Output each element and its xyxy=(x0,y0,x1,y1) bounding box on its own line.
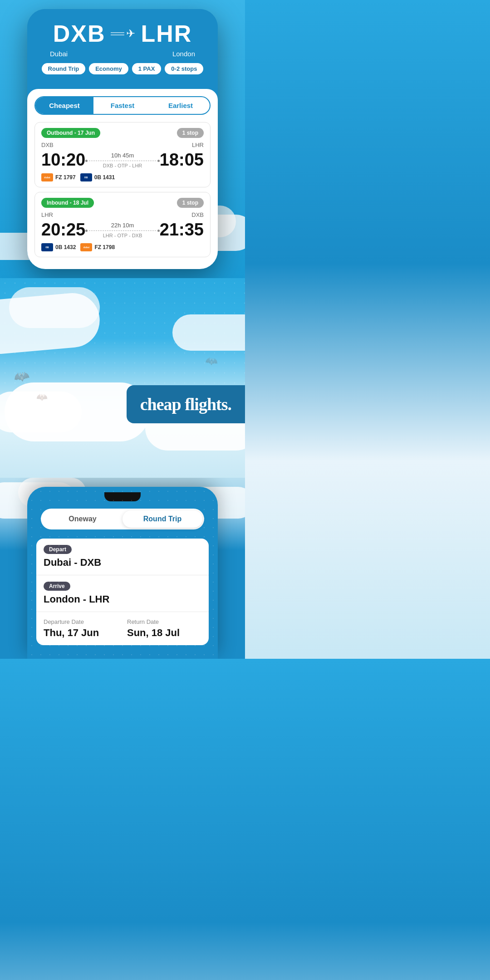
inbound-route: LHR - OTP - DXB xyxy=(85,233,160,238)
outbound-airline1-code: FZ 1797 xyxy=(55,174,76,181)
phone-notch xyxy=(27,487,218,505)
arrive-label: Arrive xyxy=(44,582,70,591)
departure-date-value: Thu, 17 Jun xyxy=(44,627,118,639)
outbound-label: Outbound - 17 Jun xyxy=(41,128,100,138)
inbound-origin: LHR xyxy=(41,211,53,218)
inbound-airline1-logo: 0B xyxy=(41,243,53,251)
tab-cheapest[interactable]: Cheapest xyxy=(35,97,93,114)
sort-tabs: Cheapest Fastest Earliest xyxy=(34,96,211,115)
inbound-arrive-time: 21:35 xyxy=(160,220,204,240)
inbound-segment: Inbound - 18 Jul 1 stop LHR DXB 20:25 22… xyxy=(34,192,211,257)
outbound-airline2-logo: 0B xyxy=(80,173,92,181)
depart-field[interactable]: Depart Dubai - DXB xyxy=(36,539,209,575)
dates-row: Departure Date Thu, 17 Jun Return Date S… xyxy=(36,612,209,645)
inbound-airline1-code: 0B 1432 xyxy=(55,244,76,250)
outbound-segment: Outbound - 17 Jun 1 stop DXB LHR 10:20 1… xyxy=(34,122,211,187)
outbound-destination: LHR xyxy=(192,142,204,148)
outbound-stop-badge: 1 stop xyxy=(177,128,204,138)
depart-value: Dubai - DXB xyxy=(44,557,201,568)
origin-city: Dubai xyxy=(50,50,68,58)
inbound-stop-badge: 1 stop xyxy=(177,198,204,208)
return-date-label: Return Date xyxy=(127,618,201,625)
return-date-field[interactable]: Return Date Sun, 18 Jul xyxy=(127,618,201,639)
plane-icon: ✈ xyxy=(111,27,135,40)
return-date-value: Sun, 18 Jul xyxy=(127,627,201,639)
stops-pill[interactable]: 0-2 stops xyxy=(165,63,203,74)
tab-earliest[interactable]: Earliest xyxy=(152,97,210,114)
outbound-airline2: 0B 0B 1431 xyxy=(80,173,115,181)
origin-code: DXB xyxy=(53,20,106,47)
search-form: Depart Dubai - DXB Arrive London - LHR D… xyxy=(36,539,209,645)
outbound-airline1: dubai FZ 1797 xyxy=(41,173,76,181)
trip-type-pill[interactable]: Round Trip xyxy=(42,63,86,74)
outbound-arrive-time: 18:05 xyxy=(160,150,204,170)
destination-code: LHR xyxy=(141,20,192,47)
arrive-value: London - LHR xyxy=(44,593,201,605)
inbound-airline1: 0B 0B 1432 xyxy=(41,243,76,251)
destination-city: London xyxy=(172,50,195,58)
outbound-route: DXB - OTP - LHR xyxy=(85,163,160,168)
arrive-field[interactable]: Arrive London - LHR xyxy=(36,575,209,612)
departure-date-field[interactable]: Departure Date Thu, 17 Jun xyxy=(44,618,118,639)
inbound-destination: DXB xyxy=(191,211,204,218)
pax-pill[interactable]: 1 PAX xyxy=(132,63,162,74)
inbound-airline2: dubai FZ 1798 xyxy=(80,243,115,251)
trip-toggle: Oneway Round Trip xyxy=(41,509,204,529)
outbound-airline1-logo: dubai xyxy=(41,173,53,181)
inbound-airlines: 0B 0B 1432 dubai FZ 1798 xyxy=(41,243,204,251)
inbound-duration: 22h 10m xyxy=(85,222,160,229)
departure-date-label: Departure Date xyxy=(44,618,118,625)
headline-box: cheap flights. xyxy=(127,385,245,423)
depart-label: Depart xyxy=(44,545,72,554)
outbound-airline2-code: 0B 1431 xyxy=(94,174,115,181)
toggle-roundtrip[interactable]: Round Trip xyxy=(122,510,202,528)
inbound-airline2-logo: dubai xyxy=(80,243,92,251)
inbound-airline2-code: FZ 1798 xyxy=(94,244,115,250)
tab-fastest[interactable]: Fastest xyxy=(93,97,152,114)
toggle-oneway[interactable]: Oneway xyxy=(43,510,122,528)
outbound-origin: DXB xyxy=(41,142,54,148)
headline-text: cheap flights. xyxy=(140,394,231,414)
outbound-airlines: dubai FZ 1797 0B 0B 1431 xyxy=(41,173,204,181)
outbound-duration: 10h 45m xyxy=(85,152,160,159)
inbound-label: Inbound - 18 Jul xyxy=(41,198,94,208)
outbound-depart-time: 10:20 xyxy=(41,150,85,170)
cabin-pill[interactable]: Economy xyxy=(89,63,128,74)
inbound-depart-time: 20:25 xyxy=(41,220,85,240)
